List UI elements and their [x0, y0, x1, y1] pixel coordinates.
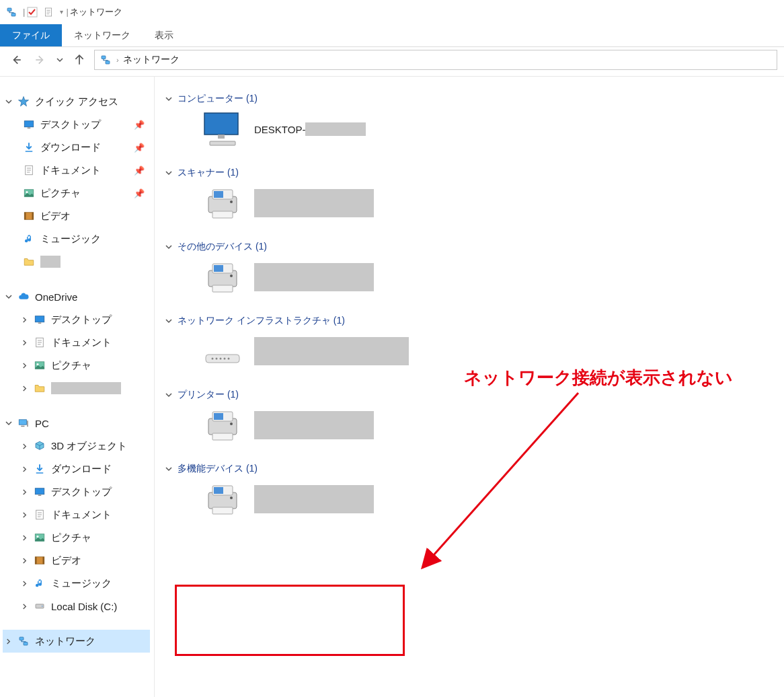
category-header[interactable]: ネットワーク インフラストラクチャ (1)	[165, 315, 784, 327]
annotation-arrow	[410, 388, 585, 576]
tree-item-od-redacted[interactable]	[3, 377, 150, 400]
tab-view[interactable]: 表示	[143, 24, 186, 46]
svg-line-37	[422, 393, 578, 568]
back-button[interactable]	[7, 50, 26, 69]
pin-icon: 📌	[134, 120, 145, 130]
content-area: コンピューター (1)DESKTOP-スキャナー (1)その他のデバイス (1)…	[155, 77, 784, 697]
tree-item-pc-disk[interactable]: Local Disk (C:)	[3, 595, 150, 618]
ribbon-tabs: ファイル ネットワーク 表示	[0, 24, 784, 47]
category-header[interactable]: その他のデバイス (1)	[165, 241, 784, 253]
network-icon	[99, 53, 112, 67]
dropdown-indicator[interactable]: ▾	[60, 8, 63, 15]
address-bar[interactable]: › ネットワーク	[94, 50, 777, 70]
chevron-right-icon	[5, 638, 16, 645]
tree-item-downloads[interactable]: ダウンロード 📌	[3, 136, 150, 159]
separator: |	[23, 7, 25, 17]
tree-label: PC	[35, 418, 49, 429]
tree-label: ビデオ	[40, 210, 71, 223]
breadcrumb-current[interactable]: ネットワーク	[123, 54, 180, 66]
tree-item-od-desktop[interactable]: デスクトップ	[3, 308, 150, 331]
tab-file[interactable]: ファイル	[0, 24, 62, 46]
tree-label: ミュージック	[40, 233, 101, 246]
tree-item-redacted[interactable]	[3, 250, 150, 273]
redacted-label	[51, 382, 121, 394]
tree-label: OneDrive	[35, 291, 77, 303]
device-item[interactable]	[199, 257, 784, 297]
breadcrumb-separator: ›	[116, 56, 119, 64]
cloud-icon	[16, 289, 31, 304]
category-header[interactable]: スキャナー (1)	[165, 167, 784, 179]
disk-icon	[32, 599, 47, 614]
pin-icon: 📌	[134, 188, 145, 198]
category-label: コンピューター (1)	[178, 93, 258, 105]
pin-icon: 📌	[134, 166, 145, 176]
tree-quick-access[interactable]: クイック アクセス	[3, 90, 150, 113]
tree-label: 3D オブジェクト	[51, 440, 127, 453]
tree-item-pc-documents[interactable]: ドキュメント	[3, 503, 150, 526]
redacted-label	[254, 337, 409, 365]
tree-item-videos[interactable]: ビデオ	[3, 205, 150, 227]
tree-label: デスクトップ	[51, 314, 112, 326]
tree-item-pc-desktop[interactable]: デスクトップ	[3, 480, 150, 503]
check-icon[interactable]	[26, 6, 38, 18]
tree-item-pictures[interactable]: ピクチャ 📌	[3, 182, 150, 205]
tree-label: デスクトップ	[51, 486, 112, 499]
tree-item-od-pictures[interactable]: ピクチャ	[3, 354, 150, 377]
chevron-down-icon	[165, 244, 173, 250]
tree-label: ミュージック	[51, 577, 112, 590]
doc-icon[interactable]	[42, 6, 54, 18]
device-item[interactable]: DESKTOP-	[199, 109, 784, 149]
tree-item-pc-pictures[interactable]: ピクチャ	[3, 526, 150, 549]
chevron-down-icon	[165, 170, 173, 176]
tree-label: ピクチャ	[51, 531, 91, 544]
chevron-right-icon	[22, 443, 32, 449]
category-label: 多機能デバイス (1)	[178, 463, 258, 475]
tree-item-3d[interactable]: 3D オブジェクト	[3, 435, 150, 457]
category-group: コンピューター (1)DESKTOP-	[171, 93, 784, 149]
monitor-icon	[199, 109, 246, 149]
forward-button[interactable]	[31, 50, 50, 69]
desktop-icon	[32, 484, 47, 499]
tree-item-pc-videos[interactable]: ビデオ	[3, 549, 150, 572]
tree-label: Local Disk (C:)	[51, 601, 117, 612]
titlebar: | ▾ | ネットワーク	[0, 0, 784, 24]
category-label: ネットワーク インフラストラクチャ (1)	[178, 315, 345, 327]
chevron-down-icon	[165, 392, 173, 398]
separator: |	[66, 7, 68, 17]
tree-label: ドキュメント	[40, 164, 101, 177]
printer-icon	[199, 183, 246, 223]
device-item[interactable]	[199, 331, 784, 371]
tree-item-od-documents[interactable]: ドキュメント	[3, 331, 150, 354]
tree-item-desktop[interactable]: デスクトップ 📌	[3, 113, 150, 136]
chevron-right-icon	[22, 386, 32, 392]
picture-icon	[32, 358, 47, 373]
redacted-label	[254, 411, 374, 439]
tree-label: ビデオ	[51, 554, 81, 567]
tree-item-pc-music[interactable]: ミュージック	[3, 572, 150, 595]
tree-onedrive[interactable]: OneDrive	[3, 285, 150, 308]
tree-item-pc-downloads[interactable]: ダウンロード	[3, 457, 150, 480]
tree-item-music[interactable]: ミュージック	[3, 227, 150, 250]
tree-network[interactable]: ネットワーク	[3, 630, 150, 653]
navigation-bar: › ネットワーク	[0, 47, 784, 77]
tree-label: デスクトップ	[40, 118, 101, 131]
picture-icon	[22, 186, 36, 200]
chevron-right-icon	[22, 558, 32, 564]
chevron-right-icon	[22, 340, 32, 346]
chevron-down-icon	[165, 96, 173, 102]
history-dropdown[interactable]	[55, 50, 65, 69]
desktop-icon	[22, 117, 36, 132]
picture-icon	[32, 530, 47, 545]
tree-label: ネットワーク	[35, 635, 95, 648]
pc-icon	[16, 416, 31, 431]
up-button[interactable]	[70, 50, 89, 69]
chevron-down-icon	[5, 98, 16, 105]
device-item[interactable]	[199, 183, 784, 223]
printer-icon	[199, 405, 246, 445]
category-label: プリンター (1)	[178, 389, 239, 401]
tree-item-documents[interactable]: ドキュメント 📌	[3, 159, 150, 182]
tree-pc[interactable]: PC	[3, 412, 150, 435]
tab-network[interactable]: ネットワーク	[62, 24, 143, 46]
category-group: ネットワーク インフラストラクチャ (1)	[171, 315, 784, 371]
category-header[interactable]: コンピューター (1)	[165, 93, 784, 105]
